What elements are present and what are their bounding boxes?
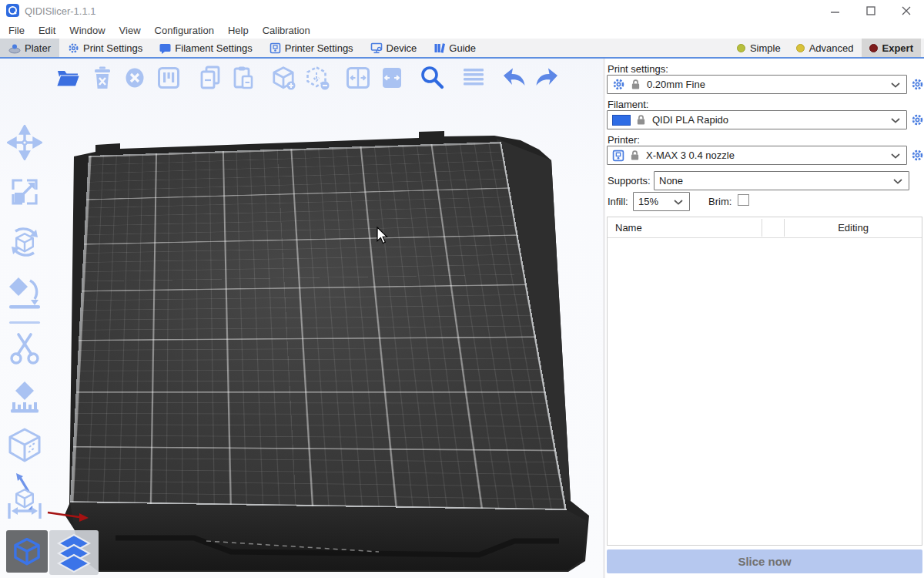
filament-gear-button[interactable] (911, 113, 924, 126)
paste-button[interactable] (229, 63, 257, 92)
seam-cube-icon (5, 426, 44, 465)
printer-label: Printer: (608, 134, 640, 146)
lock-icon (636, 114, 646, 126)
preview-button[interactable] (49, 530, 99, 575)
expert-dot-icon (869, 44, 878, 52)
move-tool-button[interactable] (5, 122, 45, 163)
menu-help[interactable]: Help (221, 23, 256, 38)
copy-button[interactable] (196, 63, 224, 92)
mode-switcher: Simple Advanced Expert (729, 39, 924, 57)
chevron-down-icon (891, 153, 900, 159)
mode-expert[interactable]: Expert (862, 39, 921, 57)
redo-icon (534, 66, 561, 89)
scale-tool-button[interactable] (5, 171, 45, 213)
variable-layer-height-button[interactable] (460, 63, 487, 92)
printer-icon (612, 150, 624, 162)
tab-bar: Plater Print Settings Filament Settings … (0, 39, 924, 59)
undo-button[interactable] (500, 63, 527, 92)
filament-icon (159, 42, 171, 54)
minimize-icon (831, 6, 840, 15)
brim-checkbox[interactable] (738, 194, 749, 206)
undo-icon (500, 66, 527, 89)
build-plate-grid[interactable] (70, 142, 567, 510)
lock-icon (631, 79, 641, 90)
3d-viewport[interactable] (0, 59, 603, 578)
close-icon (902, 6, 911, 15)
delete-all-icon (122, 66, 147, 90)
seam-tool-button[interactable] (5, 425, 45, 466)
remove-instance-icon (304, 65, 330, 91)
minimize-button[interactable] (818, 0, 853, 22)
infill-label: Infill: (608, 196, 628, 207)
filament-select[interactable]: QIDI PLA Rapido (607, 110, 907, 129)
scale-icon (7, 174, 42, 210)
split-to-parts-icon (380, 66, 403, 90)
filament-label: Filament: (608, 99, 648, 110)
search-icon (419, 65, 445, 91)
remove-instance-button[interactable] (303, 63, 331, 92)
move-icon (7, 125, 42, 160)
supports-label: Supports: (608, 175, 651, 187)
rotate-icon (7, 224, 42, 260)
printer-gear-button[interactable] (911, 149, 924, 162)
3d-editor-view-button[interactable] (6, 530, 48, 573)
maximize-button[interactable] (853, 0, 889, 22)
gear-icon (612, 78, 625, 91)
redo-button[interactable] (534, 63, 561, 92)
search-button[interactable] (418, 63, 446, 92)
menu-bar: File Edit Window View Configuration Help… (0, 22, 924, 39)
delete-button[interactable] (89, 63, 116, 92)
tab-plater[interactable]: Plater (0, 39, 59, 57)
measure-tool-button[interactable] (5, 499, 45, 523)
gizmo-divider (9, 321, 40, 324)
place-on-face-tool-button[interactable] (5, 271, 45, 313)
chevron-down-icon (674, 200, 683, 205)
menu-window[interactable]: Window (62, 23, 112, 38)
tab-guide[interactable]: Guide (425, 39, 484, 57)
print-settings-label: Print settings: (608, 63, 668, 75)
tab-filament-settings[interactable]: Filament Settings (151, 39, 260, 57)
cut-tool-button[interactable] (5, 328, 45, 369)
chevron-down-icon (891, 82, 900, 88)
close-button[interactable] (889, 0, 924, 22)
delete-all-button[interactable] (121, 63, 149, 92)
tab-printer-settings[interactable]: Printer Settings (261, 39, 362, 57)
add-instance-button[interactable] (270, 63, 297, 92)
supports-select[interactable]: None (654, 171, 909, 190)
infill-select[interactable]: 15% (633, 192, 690, 211)
slice-now-button[interactable]: Slice now (607, 549, 922, 573)
mode-advanced[interactable]: Advanced (788, 39, 862, 57)
plater-toolbar (54, 63, 561, 92)
menu-configuration[interactable]: Configuration (148, 23, 221, 38)
tab-device[interactable]: Device (362, 39, 426, 57)
chevron-down-icon (891, 118, 900, 123)
column-name: Name (615, 222, 642, 234)
add-instance-icon (270, 65, 296, 91)
printer-select[interactable]: X-MAX 3 0.4 nozzle (607, 146, 907, 165)
arrange-icon (156, 66, 181, 90)
paint-supports-tool-button[interactable] (5, 377, 45, 418)
device-monitor-icon (370, 42, 383, 54)
tab-print-settings[interactable]: Print Settings (59, 39, 151, 57)
arrange-button[interactable] (155, 63, 182, 92)
window-title: QIDISlicer-1.1.1 (25, 5, 95, 17)
cut-scissors-icon (7, 331, 42, 366)
mouse-cursor (377, 227, 390, 245)
object-list-table[interactable]: Name Editing (607, 217, 922, 546)
menu-edit[interactable]: Edit (32, 23, 62, 38)
menu-calibration[interactable]: Calibration (256, 23, 317, 38)
3d-view-cube-icon (11, 536, 43, 568)
maximize-icon (866, 6, 875, 15)
open-folder-button[interactable] (54, 63, 82, 92)
column-separator (762, 219, 762, 237)
menu-file[interactable]: File (2, 23, 32, 38)
printer-icon (270, 42, 281, 54)
split-to-parts-button[interactable] (378, 63, 406, 92)
split-to-objects-button[interactable] (344, 63, 372, 92)
object-list-header: Name Editing (608, 217, 922, 238)
print-settings-select[interactable]: 0.20mm Fine (607, 75, 907, 94)
menu-view[interactable]: View (112, 23, 148, 38)
mode-simple[interactable]: Simple (729, 39, 788, 57)
print-settings-gear-button[interactable] (911, 78, 924, 91)
rotate-tool-button[interactable] (5, 221, 45, 263)
